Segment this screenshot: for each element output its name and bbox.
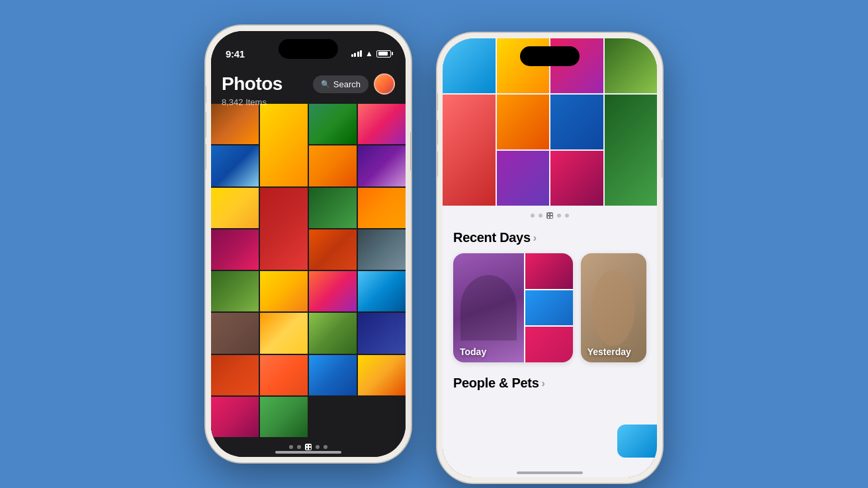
- photo-cell[interactable]: [260, 313, 308, 353]
- dynamic-island: [279, 39, 338, 59]
- recent-days-header[interactable]: Recent Days ›: [453, 230, 646, 245]
- people-chevron-icon: ›: [541, 378, 544, 389]
- photo-cell[interactable]: [211, 397, 259, 437]
- chevron-right-icon: ›: [533, 232, 537, 244]
- collage-photo[interactable]: [550, 95, 603, 149]
- phone-right: Recent Days ›: [437, 33, 662, 483]
- photo-cell[interactable]: [358, 188, 406, 228]
- page-dot[interactable]: [297, 445, 301, 449]
- yesterday-label: Yesterday: [587, 346, 631, 357]
- page-dot-right[interactable]: [539, 214, 542, 218]
- page-dot[interactable]: [316, 445, 320, 449]
- people-pets-section: People & Pets ›: [453, 376, 646, 391]
- search-label: Search: [333, 79, 361, 89]
- photo-cell[interactable]: [358, 355, 406, 395]
- page-dot[interactable]: [289, 445, 293, 449]
- today-day-card[interactable]: Today: [453, 253, 573, 362]
- photo-cell[interactable]: [260, 188, 308, 270]
- phone-left: 9:41 ▲: [206, 26, 411, 462]
- volume-down-button[interactable]: [206, 143, 206, 170]
- collage-photo[interactable]: [605, 95, 658, 206]
- people-pets-peek[interactable]: [617, 425, 657, 458]
- photos-app: 9:41 ▲: [211, 31, 406, 457]
- home-indicator-left: [275, 451, 341, 454]
- page-dot-right[interactable]: [565, 214, 569, 218]
- profile-avatar[interactable]: [374, 73, 395, 95]
- search-icon: 🔍: [321, 80, 330, 89]
- status-icons-left: ▲: [351, 49, 391, 58]
- recent-days-title: Recent Days: [453, 230, 531, 245]
- people-pets-title: People & Pets: [453, 376, 539, 391]
- power-button-right[interactable]: [662, 139, 662, 179]
- photo-cell[interactable]: [358, 229, 406, 270]
- phone-right-screen: Recent Days ›: [443, 38, 657, 477]
- volume-up-button[interactable]: [206, 112, 206, 138]
- photo-grid: [211, 104, 406, 437]
- photo-cell[interactable]: [260, 104, 308, 186]
- mute-button-right[interactable]: [437, 93, 438, 111]
- page-indicator-left: [211, 444, 406, 450]
- collage-photo[interactable]: [497, 151, 550, 206]
- page-dot-grid-active[interactable]: [305, 444, 312, 450]
- photo-cell[interactable]: [309, 145, 357, 186]
- photos-app-title: Photos: [222, 73, 282, 95]
- photo-cell[interactable]: [309, 355, 357, 395]
- photo-cell[interactable]: [358, 313, 406, 353]
- today-label: Today: [460, 346, 486, 357]
- photos-count: 8,342 Items: [222, 97, 395, 107]
- dynamic-island-right: [520, 46, 580, 66]
- photo-cell[interactable]: [211, 188, 259, 228]
- photo-cell[interactable]: [211, 229, 259, 270]
- search-button[interactable]: 🔍 Search: [313, 75, 369, 93]
- page-dot[interactable]: [324, 445, 327, 449]
- photo-cell[interactable]: [211, 355, 259, 395]
- home-indicator-right: [517, 471, 583, 474]
- photo-cell[interactable]: [260, 355, 308, 395]
- mute-button[interactable]: [206, 85, 206, 104]
- collage-photo[interactable]: [497, 95, 550, 149]
- battery-icon: [376, 50, 391, 58]
- photo-cell[interactable]: [211, 271, 259, 311]
- volume-up-button-right[interactable]: [437, 119, 438, 145]
- collage-photo[interactable]: [550, 151, 603, 206]
- photos-browse-app: Recent Days ›: [443, 38, 657, 477]
- status-time-left: 9:41: [226, 48, 245, 60]
- recent-days-row: Today Yesterday: [453, 253, 646, 362]
- page-indicator-right: [443, 207, 657, 224]
- photo-cell[interactable]: [358, 271, 406, 311]
- collage-photo[interactable]: [443, 38, 496, 93]
- phone-left-screen: 9:41 ▲: [211, 31, 406, 457]
- volume-down-button-right[interactable]: [437, 151, 438, 177]
- page-dot-right[interactable]: [557, 214, 561, 218]
- photo-cell[interactable]: [309, 188, 357, 228]
- photo-cell[interactable]: [358, 145, 406, 186]
- power-button[interactable]: [410, 132, 411, 171]
- wifi-icon: ▲: [365, 49, 373, 58]
- photos-header: Photos 🔍 Search 8,342 Items: [211, 67, 406, 112]
- collage-photo[interactable]: [605, 38, 658, 93]
- photo-cell[interactable]: [211, 313, 259, 353]
- photo-cell[interactable]: [260, 397, 308, 437]
- yesterday-day-card[interactable]: Yesterday: [581, 253, 646, 362]
- photo-cell[interactable]: [260, 271, 308, 311]
- page-dot-right[interactable]: [531, 214, 535, 218]
- photo-cell[interactable]: [309, 229, 357, 270]
- page-dot-grid-active-right[interactable]: [546, 212, 553, 219]
- people-pets-header[interactable]: People & Pets ›: [453, 376, 646, 391]
- photo-cell[interactable]: [309, 271, 357, 311]
- collage-photo[interactable]: [443, 95, 496, 206]
- signal-icon: [351, 50, 363, 57]
- photo-cell[interactable]: [211, 145, 259, 186]
- photo-cell[interactable]: [309, 313, 357, 353]
